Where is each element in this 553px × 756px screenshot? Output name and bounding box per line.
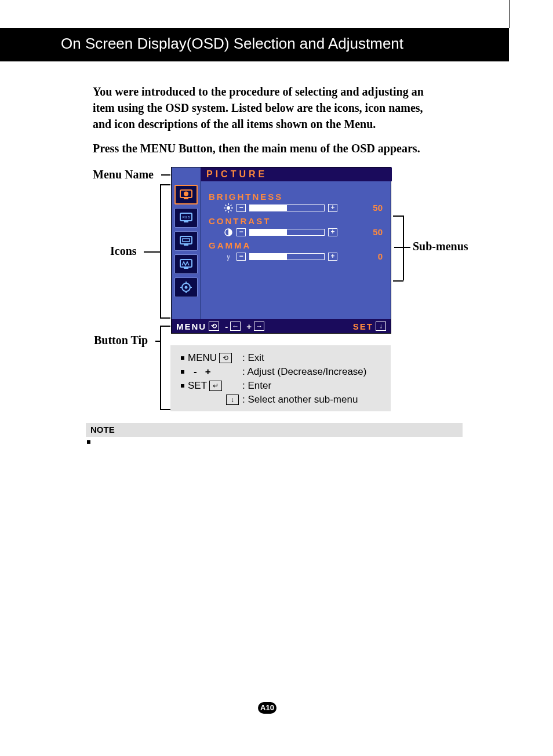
callout-line xyxy=(161,174,170,176)
tip-row: -+ : Adjust (Decrease/Increase) xyxy=(181,366,384,378)
callout-line xyxy=(144,251,160,253)
osd-row-brightness: BRIGHTNESS − + 50 xyxy=(209,192,383,213)
callout-menu-name: Menu Name xyxy=(93,168,154,181)
svg-line-22 xyxy=(225,204,227,206)
footer-plus: + xyxy=(246,322,252,331)
osd-value: 50 xyxy=(365,227,383,237)
osd-row-gamma: GAMMA γ − + 0 xyxy=(209,240,383,261)
tip-key: MENU xyxy=(188,352,217,364)
tip-row: ↓ : Select another sub-menu xyxy=(181,394,384,406)
bullet-icon xyxy=(181,370,184,374)
bullet-icon xyxy=(181,356,184,360)
callout-line xyxy=(160,317,170,319)
tip-row: MENU ⟲ : Exit xyxy=(181,352,384,364)
note-heading: NOTE xyxy=(86,423,463,437)
svg-rect-8 xyxy=(184,244,188,246)
osd-tab-tracking-icon[interactable] xyxy=(174,254,198,274)
callout-line xyxy=(160,409,170,410)
callout-icons: Icons xyxy=(110,244,137,258)
svg-rect-5 xyxy=(184,221,188,222)
brightness-icon xyxy=(224,203,233,213)
osd-body: BRIGHTNESS − + 50 CONTRAST − + 50 xyxy=(201,181,391,319)
osd-row-label: BRIGHTNESS xyxy=(209,192,383,202)
tip-desc: : Select another sub-menu xyxy=(242,394,358,406)
osd-value: 50 xyxy=(365,203,383,213)
page-divider-vertical xyxy=(509,0,510,28)
tip-row: SET ↵ : Enter xyxy=(181,380,384,392)
note-bullet-icon xyxy=(87,440,90,444)
exit-icon[interactable]: ⟲ xyxy=(209,322,219,331)
tip-desc: : Enter xyxy=(242,380,271,392)
callout-sub-menus: Sub-menus xyxy=(413,240,468,253)
bullet-icon xyxy=(181,384,184,388)
callout-line xyxy=(160,326,161,410)
callout-line xyxy=(403,216,404,280)
svg-rect-10 xyxy=(184,268,188,269)
minus-button[interactable]: − xyxy=(237,204,246,212)
page-title: On Screen Display(OSD) Selection and Adj… xyxy=(61,35,403,53)
svg-line-25 xyxy=(231,204,232,206)
down-arrow-icon[interactable]: ↓ xyxy=(376,322,386,331)
osd-footer: MENU⟲ -← +→ SET↓ xyxy=(172,319,391,333)
slider-track[interactable] xyxy=(249,204,325,211)
gamma-icon: γ xyxy=(224,252,233,261)
svg-line-23 xyxy=(231,210,232,211)
left-arrow-icon[interactable]: ← xyxy=(230,322,241,331)
footer-minus: - xyxy=(225,322,228,331)
callout-button-tip: Button Tip xyxy=(94,334,148,347)
osd-menu-name: PICTURE xyxy=(201,167,392,181)
osd-panel: PICTURE RGB BRIGHTNESS − + xyxy=(171,167,391,334)
callout-line xyxy=(160,184,170,185)
plus-button[interactable]: + xyxy=(328,228,337,236)
footer-set-label: SET xyxy=(353,322,373,331)
plus-button[interactable]: + xyxy=(328,253,337,261)
callout-line xyxy=(155,341,160,342)
enter-key-icon: ↵ xyxy=(209,381,222,391)
tip-desc: : Exit xyxy=(242,352,264,364)
osd-row-label: CONTRAST xyxy=(209,216,383,226)
callout-line xyxy=(160,326,170,327)
osd-row-contrast: CONTRAST − + 50 xyxy=(209,216,383,237)
svg-rect-6 xyxy=(180,236,192,244)
tip-desc: : Adjust (Decrease/Increase) xyxy=(242,366,366,378)
osd-tab-color-icon[interactable]: RGB xyxy=(174,208,198,228)
plus-button[interactable]: + xyxy=(328,204,337,212)
button-tip-box: MENU ⟲ : Exit -+ : Adjust (Decrease/Incr… xyxy=(170,345,391,411)
contrast-icon xyxy=(224,228,233,237)
minus-button[interactable]: − xyxy=(237,253,246,261)
minus-button[interactable]: − xyxy=(237,228,246,236)
callout-line xyxy=(394,247,410,248)
callout-line xyxy=(393,216,403,217)
exit-key-icon: ⟲ xyxy=(219,353,232,363)
page-number: A10 xyxy=(258,702,276,714)
svg-point-12 xyxy=(184,286,187,289)
intro-paragraph-1: You were introduced to the procedure of … xyxy=(93,83,441,132)
svg-point-17 xyxy=(227,206,230,210)
svg-rect-2 xyxy=(184,198,188,199)
osd-value: 0 xyxy=(365,251,383,261)
osd-tab-position-icon[interactable] xyxy=(174,231,198,251)
osd-sidebar: RGB xyxy=(172,181,201,320)
tip-key: SET xyxy=(188,380,207,392)
svg-line-24 xyxy=(225,210,227,211)
plus-label: + xyxy=(205,366,211,378)
osd-tab-setup-icon[interactable] xyxy=(174,277,198,297)
osd-tab-picture-icon[interactable] xyxy=(174,185,198,204)
slider-track[interactable] xyxy=(249,229,325,236)
callout-line xyxy=(160,184,161,317)
svg-rect-7 xyxy=(183,239,190,242)
callout-line xyxy=(393,280,403,282)
svg-point-1 xyxy=(184,192,188,196)
down-key-icon: ↓ xyxy=(226,395,239,405)
svg-text:RGB: RGB xyxy=(182,216,190,219)
slider-track[interactable] xyxy=(249,253,325,260)
footer-menu-label: MENU xyxy=(176,322,206,331)
right-arrow-icon[interactable]: → xyxy=(254,322,264,331)
minus-label: - xyxy=(194,366,197,378)
osd-row-label: GAMMA xyxy=(209,240,383,250)
intro-paragraph-2: Press the MENU Button, then the main men… xyxy=(93,140,441,156)
